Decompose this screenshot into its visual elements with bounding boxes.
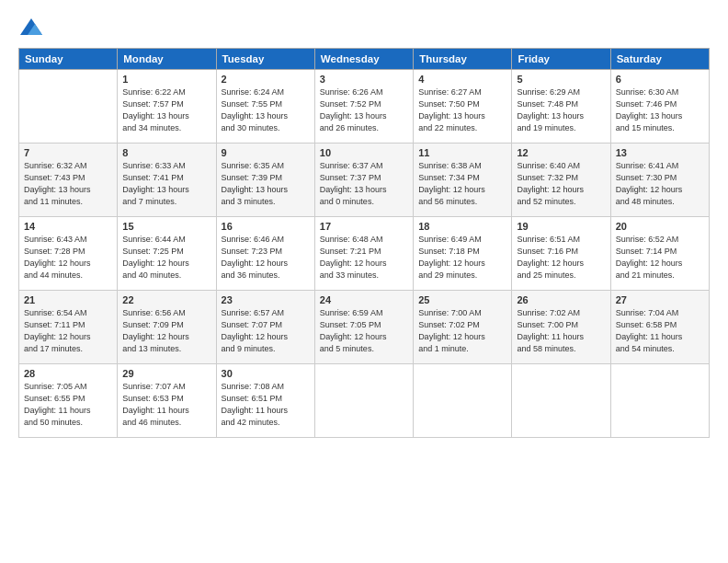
day-detail: Sunrise: 6:37 AM Sunset: 7:37 PM Dayligh… <box>320 160 408 208</box>
header-cell-tuesday: Tuesday <box>216 49 314 70</box>
day-number: 7 <box>24 147 112 158</box>
week-row-5: 28Sunrise: 7:05 AM Sunset: 6:55 PM Dayli… <box>19 364 710 438</box>
calendar-cell: 24Sunrise: 6:59 AM Sunset: 7:05 PM Dayli… <box>314 291 413 364</box>
day-detail: Sunrise: 6:22 AM Sunset: 7:57 PM Dayligh… <box>122 86 210 134</box>
day-detail: Sunrise: 6:56 AM Sunset: 7:09 PM Dayligh… <box>122 307 210 355</box>
calendar-cell <box>512 364 610 438</box>
day-detail: Sunrise: 6:32 AM Sunset: 7:43 PM Dayligh… <box>24 160 112 208</box>
day-detail: Sunrise: 6:29 AM Sunset: 7:48 PM Dayligh… <box>517 86 605 134</box>
day-number: 9 <box>222 147 310 158</box>
logo <box>18 15 48 40</box>
day-detail: Sunrise: 7:02 AM Sunset: 7:00 PM Dayligh… <box>517 307 605 355</box>
day-number: 13 <box>616 147 704 158</box>
calendar-table: SundayMondayTuesdayWednesdayThursdayFrid… <box>18 48 710 438</box>
day-number: 2 <box>222 74 310 85</box>
day-detail: Sunrise: 6:43 AM Sunset: 7:28 PM Dayligh… <box>24 234 112 282</box>
day-detail: Sunrise: 6:27 AM Sunset: 7:50 PM Dayligh… <box>418 86 506 134</box>
calendar-cell: 12Sunrise: 6:40 AM Sunset: 7:32 PM Dayli… <box>512 144 610 217</box>
calendar-cell: 10Sunrise: 6:37 AM Sunset: 7:37 PM Dayli… <box>314 144 413 217</box>
calendar-cell: 4Sunrise: 6:27 AM Sunset: 7:50 PM Daylig… <box>414 70 512 144</box>
day-number: 30 <box>222 368 310 379</box>
day-detail: Sunrise: 7:05 AM Sunset: 6:55 PM Dayligh… <box>24 381 112 429</box>
calendar-cell: 6Sunrise: 6:30 AM Sunset: 7:46 PM Daylig… <box>610 70 709 144</box>
day-number: 27 <box>616 294 704 305</box>
calendar-cell: 29Sunrise: 7:07 AM Sunset: 6:53 PM Dayli… <box>118 364 216 438</box>
day-detail: Sunrise: 6:51 AM Sunset: 7:16 PM Dayligh… <box>517 234 605 282</box>
day-number: 15 <box>122 221 210 232</box>
day-detail: Sunrise: 6:33 AM Sunset: 7:41 PM Dayligh… <box>122 160 210 208</box>
calendar-cell: 16Sunrise: 6:46 AM Sunset: 7:23 PM Dayli… <box>216 217 314 291</box>
day-number: 14 <box>24 221 112 232</box>
week-row-1: 1Sunrise: 6:22 AM Sunset: 7:57 PM Daylig… <box>19 70 710 144</box>
day-number: 16 <box>222 221 310 232</box>
calendar-cell: 27Sunrise: 7:04 AM Sunset: 6:58 PM Dayli… <box>610 291 709 364</box>
day-detail: Sunrise: 6:54 AM Sunset: 7:11 PM Dayligh… <box>24 307 112 355</box>
calendar-cell: 17Sunrise: 6:48 AM Sunset: 7:21 PM Dayli… <box>314 217 413 291</box>
header-section <box>18 15 710 40</box>
calendar-cell: 19Sunrise: 6:51 AM Sunset: 7:16 PM Dayli… <box>512 217 610 291</box>
day-number: 3 <box>320 74 408 85</box>
week-row-2: 7Sunrise: 6:32 AM Sunset: 7:43 PM Daylig… <box>19 144 710 217</box>
calendar-cell: 2Sunrise: 6:24 AM Sunset: 7:55 PM Daylig… <box>216 70 314 144</box>
calendar-cell: 30Sunrise: 7:08 AM Sunset: 6:51 PM Dayli… <box>216 364 314 438</box>
day-detail: Sunrise: 6:26 AM Sunset: 7:52 PM Dayligh… <box>320 86 408 134</box>
day-detail: Sunrise: 6:48 AM Sunset: 7:21 PM Dayligh… <box>320 234 408 282</box>
calendar-cell <box>314 364 413 438</box>
day-detail: Sunrise: 7:07 AM Sunset: 6:53 PM Dayligh… <box>122 381 210 429</box>
day-number: 5 <box>517 74 605 85</box>
day-detail: Sunrise: 6:57 AM Sunset: 7:07 PM Dayligh… <box>222 307 310 355</box>
header-cell-thursday: Thursday <box>414 49 512 70</box>
header-cell-monday: Monday <box>118 49 216 70</box>
header-cell-wednesday: Wednesday <box>314 49 413 70</box>
week-row-4: 21Sunrise: 6:54 AM Sunset: 7:11 PM Dayli… <box>19 291 710 364</box>
calendar-cell: 28Sunrise: 7:05 AM Sunset: 6:55 PM Dayli… <box>19 364 118 438</box>
day-detail: Sunrise: 6:24 AM Sunset: 7:55 PM Dayligh… <box>222 86 310 134</box>
day-number: 10 <box>320 147 408 158</box>
calendar-cell: 25Sunrise: 7:00 AM Sunset: 7:02 PM Dayli… <box>414 291 512 364</box>
day-detail: Sunrise: 6:46 AM Sunset: 7:23 PM Dayligh… <box>222 234 310 282</box>
day-detail: Sunrise: 6:30 AM Sunset: 7:46 PM Dayligh… <box>616 86 704 134</box>
day-detail: Sunrise: 6:40 AM Sunset: 7:32 PM Dayligh… <box>517 160 605 208</box>
calendar-cell: 22Sunrise: 6:56 AM Sunset: 7:09 PM Dayli… <box>118 291 216 364</box>
calendar-cell: 3Sunrise: 6:26 AM Sunset: 7:52 PM Daylig… <box>314 70 413 144</box>
day-detail: Sunrise: 6:49 AM Sunset: 7:18 PM Dayligh… <box>418 234 506 282</box>
day-number: 4 <box>418 74 506 85</box>
day-number: 20 <box>616 221 704 232</box>
day-number: 24 <box>320 294 408 305</box>
calendar-cell: 13Sunrise: 6:41 AM Sunset: 7:30 PM Dayli… <box>610 144 709 217</box>
day-detail: Sunrise: 6:41 AM Sunset: 7:30 PM Dayligh… <box>616 160 704 208</box>
calendar-cell: 14Sunrise: 6:43 AM Sunset: 7:28 PM Dayli… <box>19 217 118 291</box>
header-cell-saturday: Saturday <box>610 49 709 70</box>
week-row-3: 14Sunrise: 6:43 AM Sunset: 7:28 PM Dayli… <box>19 217 710 291</box>
day-detail: Sunrise: 7:04 AM Sunset: 6:58 PM Dayligh… <box>616 307 704 355</box>
day-number: 29 <box>122 368 210 379</box>
calendar-cell <box>414 364 512 438</box>
header-row: SundayMondayTuesdayWednesdayThursdayFrid… <box>19 49 710 70</box>
day-number: 1 <box>122 74 210 85</box>
day-detail: Sunrise: 6:38 AM Sunset: 7:34 PM Dayligh… <box>418 160 506 208</box>
calendar-cell: 20Sunrise: 6:52 AM Sunset: 7:14 PM Dayli… <box>610 217 709 291</box>
day-number: 19 <box>517 221 605 232</box>
day-number: 21 <box>24 294 112 305</box>
day-detail: Sunrise: 6:59 AM Sunset: 7:05 PM Dayligh… <box>320 307 408 355</box>
page: SundayMondayTuesdayWednesdayThursdayFrid… <box>0 0 728 563</box>
day-number: 6 <box>616 74 704 85</box>
calendar-cell: 7Sunrise: 6:32 AM Sunset: 7:43 PM Daylig… <box>19 144 118 217</box>
calendar-cell: 18Sunrise: 6:49 AM Sunset: 7:18 PM Dayli… <box>414 217 512 291</box>
day-number: 12 <box>517 147 605 158</box>
day-number: 26 <box>517 294 605 305</box>
day-number: 25 <box>418 294 506 305</box>
header-cell-sunday: Sunday <box>19 49 118 70</box>
day-detail: Sunrise: 7:00 AM Sunset: 7:02 PM Dayligh… <box>418 307 506 355</box>
calendar-cell: 15Sunrise: 6:44 AM Sunset: 7:25 PM Dayli… <box>118 217 216 291</box>
calendar-cell: 21Sunrise: 6:54 AM Sunset: 7:11 PM Dayli… <box>19 291 118 364</box>
day-number: 22 <box>122 294 210 305</box>
logo-icon <box>18 15 44 40</box>
day-number: 28 <box>24 368 112 379</box>
calendar-cell: 23Sunrise: 6:57 AM Sunset: 7:07 PM Dayli… <box>216 291 314 364</box>
calendar-cell: 8Sunrise: 6:33 AM Sunset: 7:41 PM Daylig… <box>118 144 216 217</box>
day-detail: Sunrise: 6:52 AM Sunset: 7:14 PM Dayligh… <box>616 234 704 282</box>
calendar-cell <box>610 364 709 438</box>
calendar-cell: 26Sunrise: 7:02 AM Sunset: 7:00 PM Dayli… <box>512 291 610 364</box>
day-number: 17 <box>320 221 408 232</box>
